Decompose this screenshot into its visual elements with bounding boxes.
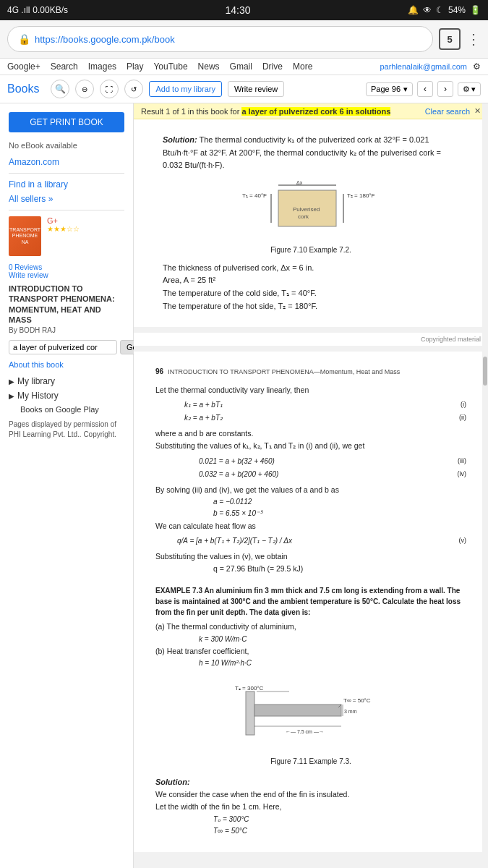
nav-gmail[interactable]: Gmail xyxy=(230,61,252,72)
nav-more[interactable]: More xyxy=(293,61,312,72)
google-plus-icon: G+ xyxy=(47,216,124,225)
search-zoom-button[interactable]: ⊖ xyxy=(75,80,94,98)
eq3-num: (iii) xyxy=(458,456,466,468)
browser-menu-icon[interactable]: ⋮ xyxy=(466,30,481,48)
solution2-text: We consider the case when the end of the… xyxy=(155,788,466,801)
heat-transfer-label: (b) Heat transfer coefficient, xyxy=(155,645,466,658)
all-sellers-link[interactable]: All sellers » xyxy=(9,194,124,204)
eq1-row: k₁ = a + bT₁ (i) xyxy=(184,399,466,412)
page-number: 96 xyxy=(155,366,163,378)
status-left: 4G .ıll 0.00KB/s xyxy=(7,5,68,15)
book-page-1: Solution: The thermal conductivity k₁ of… xyxy=(134,119,488,333)
copyright-note: Copyrighted material xyxy=(134,333,488,346)
temps-values: Tₒ = 300°C T∞ = 50°C xyxy=(155,814,466,838)
user-email[interactable]: parhlenalaik@gmail.com xyxy=(380,62,467,71)
search-highlight-text: a layer of pulverized cork 6 in solution… xyxy=(241,107,390,116)
find-library-link[interactable]: Find in a library xyxy=(9,179,124,190)
about-book-link[interactable]: About this book xyxy=(9,360,124,369)
search-magnify-button[interactable]: 🔍 xyxy=(51,80,69,98)
url-bar[interactable]: 🔒 https://books.google.com.pk/book xyxy=(7,26,433,52)
eq3-text: 0.021 = a + b(32 + 460) xyxy=(199,456,275,468)
review-count-link[interactable]: 0 Reviews xyxy=(9,263,124,271)
amazon-link[interactable]: Amazon.com xyxy=(9,157,124,167)
solution-label2: Solution: xyxy=(155,775,466,788)
eq1-text: k₁ = a + bT₁ xyxy=(184,399,223,412)
book-meta: G+ ★★★☆☆ xyxy=(47,216,124,256)
book-info: TRANSPORT PHENOME NA G+ ★★★☆☆ xyxy=(9,216,124,256)
svg-text:←— 7.5 cm —→: ←— 7.5 cm —→ xyxy=(286,729,324,734)
chapter-title: INTRODUCTION TO TRANSPORT PHENOMENA—Mome… xyxy=(168,367,400,378)
history-button[interactable]: ↺ xyxy=(124,80,143,98)
battery-percent: 54% xyxy=(448,5,466,15)
my-history-expandable[interactable]: ▶ My History xyxy=(9,391,124,401)
page-number-text: Page 96 xyxy=(371,85,401,93)
book-page-2: 96 INTRODUCTION TO TRANSPORT PHENOMENA—M… xyxy=(134,352,488,852)
book-cover: TRANSPORT PHENOME NA xyxy=(9,216,41,256)
page-dropdown-icon[interactable]: ▾ xyxy=(403,85,408,94)
carrier-signal: 4G .ıll xyxy=(7,5,30,15)
get-print-book-button[interactable]: GET PRINT BOOK xyxy=(9,112,124,132)
divider-2 xyxy=(9,210,124,210)
figure2-container: Tₒ = 300°C T∞ = 50°C ←— 7.5 cm —→ 3 mm F… xyxy=(155,677,466,768)
thermal-cond-label: (a) The thermal conductivity of aluminiu… xyxy=(155,621,466,633)
nav-images[interactable]: Images xyxy=(88,61,116,72)
t-amb-value: T∞ = 50°C xyxy=(213,825,466,838)
figure-container: T₁ = 40°F Pulverised cork Δx T₂ = 180°F xyxy=(163,179,459,237)
intro-text: Let the thermal conductivity vary linear… xyxy=(155,384,466,396)
book-search-input[interactable] xyxy=(9,340,117,354)
settings-gear-icon[interactable]: ⚙ xyxy=(473,61,481,72)
books-on-google-item[interactable]: Books on Google Play xyxy=(9,405,124,414)
example3-header: EXAMPLE 7.3 An aluminium fin 3 mm thick … xyxy=(155,585,466,618)
nav-drive[interactable]: Drive xyxy=(262,61,283,72)
nav-youtube[interactable]: YouTube xyxy=(153,61,187,72)
heat-eq-num: (v) xyxy=(459,535,467,548)
search-result-bar: Result 1 of 1 in this book for a layer o… xyxy=(134,103,488,119)
write-review-button[interactable]: Write review xyxy=(228,81,284,97)
h-value-line: h = 10 W/m²·h·C xyxy=(155,658,466,670)
svg-text:cork: cork xyxy=(298,213,309,220)
data-speed: 0.00KB/s xyxy=(33,5,68,15)
scrollbar[interactable] xyxy=(482,103,488,868)
url-text: https://books.google.com.pk/book xyxy=(35,34,175,45)
tab-count[interactable]: 5 xyxy=(439,28,461,50)
write-review-sidebar-link[interactable]: Write review xyxy=(9,271,124,279)
heat-text: We can calculate heat flow as xyxy=(155,520,466,532)
page-next-button[interactable]: › xyxy=(437,81,453,97)
clear-search-link[interactable]: Clear search xyxy=(425,107,470,116)
fullscreen-button[interactable]: ⛶ xyxy=(100,80,119,98)
divider-1 xyxy=(9,173,124,174)
hot-side-line: The temperature of the hot side, T₂ = 18… xyxy=(163,300,459,313)
chevron-right-icon-2: ▶ xyxy=(9,392,14,400)
nav-play[interactable]: Play xyxy=(127,61,143,72)
nav-search[interactable]: Search xyxy=(51,61,78,72)
status-right: 🔔 👁 ☾ 54% 🔋 xyxy=(408,5,481,15)
eq4-num: (iv) xyxy=(458,469,467,481)
my-library-expandable[interactable]: ▶ My library xyxy=(9,376,124,386)
heat-equation-text: q/A = [a + b(T₁ + T₂)/2](T₁ − T₂) / Δx xyxy=(177,535,292,548)
eq2-row: k₂ = a + bT₂ (ii) xyxy=(184,412,466,425)
nav-google-plus[interactable]: Google+ xyxy=(7,61,40,72)
svg-text:Pulverised: Pulverised xyxy=(293,206,320,213)
figure2-caption: Figure 7.11 Example 7.3. xyxy=(155,756,466,768)
a-value: a = −0.0112 xyxy=(213,496,466,509)
sidebar: GET PRINT BOOK No eBook available Amazon… xyxy=(0,103,134,868)
page-prev-button[interactable]: ‹ xyxy=(417,81,433,97)
svg-text:T₂ = 180°F: T₂ = 180°F xyxy=(347,192,375,199)
nav-news[interactable]: News xyxy=(198,61,220,72)
eye-icon: 👁 xyxy=(423,5,432,15)
sub-text: Substituting the values of k₁, k₂, T₁ an… xyxy=(155,440,466,452)
t-base-value: Tₒ = 300°C xyxy=(213,814,466,826)
result-text: q = 27.96 Btu/h (= 29.5 kJ) xyxy=(213,563,466,575)
notification-icon: 🔔 xyxy=(408,5,419,15)
permission-text: Pages displayed by permission of PHI Lea… xyxy=(9,420,124,440)
b-value: b = 6.55 × 10⁻⁵ xyxy=(213,508,466,520)
close-search-icon[interactable]: ✕ xyxy=(474,106,481,116)
scrollbar-thumb[interactable] xyxy=(483,357,487,386)
url-bar-row: 🔒 https://books.google.com.pk/book 5 ⋮ xyxy=(0,20,488,58)
eq4-text: 0.032 = a + b(200 + 460) xyxy=(199,469,278,481)
page-indicator: Page 96 ▾ xyxy=(366,82,413,96)
eq1-num: (i) xyxy=(461,399,466,412)
page-settings-button[interactable]: ⚙ ▾ xyxy=(458,82,481,96)
solve-text: By solving (iii) and (iv), we get the va… xyxy=(155,484,466,496)
add-to-library-button[interactable]: Add to my library xyxy=(149,81,222,97)
